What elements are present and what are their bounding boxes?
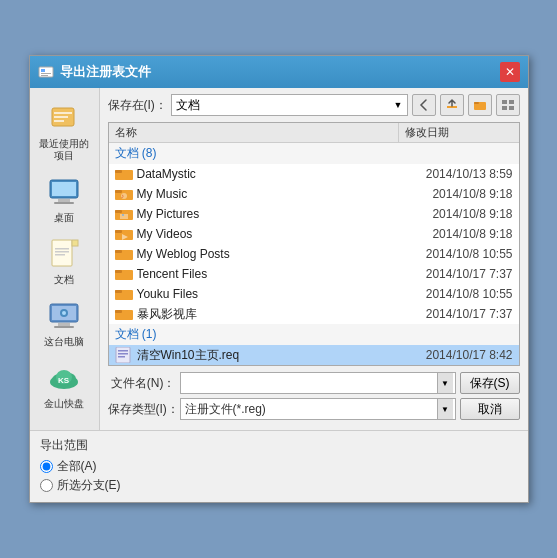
export-range-title: 导出范围 <box>40 437 518 454</box>
recent-icon <box>46 100 82 136</box>
main-area: 保存在(I)： 文档 ▼ <box>100 88 528 430</box>
file-date-tencent: 2014/10/17 7:37 <box>393 267 513 281</box>
file-name-youku: Youku Files <box>137 287 393 301</box>
sidebar-recent-label: 最近使用的项目 <box>36 138 92 162</box>
file-item-baofeng[interactable]: 暴风影视库 2014/10/17 7:37 <box>109 304 519 324</box>
file-name-mypictures: My Pictures <box>137 207 393 221</box>
sidebar-item-recent[interactable]: 最近使用的项目 <box>32 96 96 166</box>
file-item-mypictures[interactable]: My Pictures 2014/10/8 9:18 <box>109 204 519 224</box>
view-button[interactable] <box>496 94 520 116</box>
cancel-button[interactable]: 取消 <box>460 398 520 420</box>
col-name-header: 名称 <box>109 123 399 142</box>
filename-label: 文件名(N)： <box>108 375 176 392</box>
radio-all[interactable]: 全部(A) <box>40 458 518 475</box>
svg-rect-6 <box>54 116 68 118</box>
back-button[interactable] <box>412 94 436 116</box>
svg-rect-20 <box>58 323 70 326</box>
filename-row: 文件名(N)： ▼ 保存(S) <box>108 372 520 394</box>
svg-rect-60 <box>118 356 125 358</box>
file-date-qingkong: 2014/10/17 8:42 <box>393 348 513 362</box>
desktop-icon <box>46 174 82 210</box>
file-item-qingkong[interactable]: 清空Win10主页.req 2014/10/17 8:42 <box>109 345 519 365</box>
svg-rect-44 <box>120 214 128 219</box>
file-date-myweblog: 2014/10/8 10:55 <box>393 247 513 261</box>
svg-rect-11 <box>54 202 74 204</box>
radio-selected[interactable]: 所选分支(E) <box>40 477 518 494</box>
svg-text:♪: ♪ <box>121 193 124 199</box>
file-item-mymusic[interactable]: ♪ My Music 2014/10/8 9:18 <box>109 184 519 204</box>
svg-rect-5 <box>54 112 72 114</box>
file-date-myvideos: 2014/10/8 9:18 <box>393 227 513 241</box>
filename-combo[interactable]: ▼ <box>180 372 456 394</box>
file-group-2-label: 文档 (1) <box>109 324 519 345</box>
folder-icon <box>115 285 133 303</box>
file-name-tencent: Tencent Files <box>137 267 393 281</box>
radio-selected-label: 所选分支(E) <box>57 477 121 494</box>
svg-rect-54 <box>115 290 122 293</box>
svg-text:KS: KS <box>58 376 70 385</box>
svg-rect-37 <box>115 170 122 173</box>
radio-all-label: 全部(A) <box>57 458 97 475</box>
svg-rect-2 <box>41 73 51 74</box>
filename-combo-arrow[interactable]: ▼ <box>437 373 453 393</box>
svg-point-23 <box>62 311 66 315</box>
mypictures-icon <box>115 205 133 223</box>
file-item-datamystic[interactable]: DataMystic 2014/10/13 8:59 <box>109 164 519 184</box>
filetype-combo[interactable]: 注册文件(*.reg) ▼ <box>180 398 456 420</box>
save-in-label: 保存在(I)： <box>108 97 167 114</box>
file-item-youku[interactable]: Youku Files 2014/10/8 10:55 <box>109 284 519 304</box>
sidebar: 最近使用的项目 桌面 <box>30 88 100 430</box>
svg-rect-10 <box>58 199 70 202</box>
folder-icon <box>115 245 133 263</box>
col-date-header: 修改日期 <box>399 123 519 142</box>
new-folder-button[interactable] <box>468 94 492 116</box>
sidebar-item-documents[interactable]: 文档 <box>32 232 96 290</box>
title-bar: 导出注册表文件 ✕ <box>30 56 528 88</box>
svg-rect-14 <box>72 240 78 246</box>
svg-rect-16 <box>55 251 69 253</box>
file-item-tencent[interactable]: Tencent Files 2014/10/17 7:37 <box>109 264 519 284</box>
sidebar-documents-label: 文档 <box>54 274 74 286</box>
sidebar-item-cloud[interactable]: KS 金山快盘 <box>32 356 96 414</box>
file-item-myweblog[interactable]: My Weblog Posts 2014/10/8 10:55 <box>109 244 519 264</box>
file-name-qingkong: 清空Win10主页.req <box>137 347 393 364</box>
filetype-label: 保存类型(I)： <box>108 401 176 418</box>
filetype-value: 注册文件(*.reg) <box>183 401 437 418</box>
file-date-youku: 2014/10/8 10:55 <box>393 287 513 301</box>
svg-rect-31 <box>474 102 479 104</box>
close-button[interactable]: ✕ <box>500 62 520 82</box>
folder-icon <box>115 305 133 323</box>
file-date-mypictures: 2014/10/8 9:18 <box>393 207 513 221</box>
svg-rect-43 <box>115 210 122 213</box>
sidebar-item-computer[interactable]: 这台电脑 <box>32 294 96 352</box>
up-button[interactable] <box>440 94 464 116</box>
file-name-myweblog: My Weblog Posts <box>137 247 393 261</box>
radio-selected-input[interactable] <box>40 479 53 492</box>
sidebar-desktop-label: 桌面 <box>54 212 74 224</box>
svg-rect-7 <box>54 120 64 122</box>
svg-rect-15 <box>55 248 69 250</box>
save-button[interactable]: 保存(S) <box>460 372 520 394</box>
sidebar-computer-label: 这台电脑 <box>44 336 84 348</box>
folder-icon <box>115 165 133 183</box>
dialog-title: 导出注册表文件 <box>60 63 151 81</box>
svg-rect-57 <box>116 347 130 363</box>
svg-rect-50 <box>115 250 122 253</box>
radio-all-input[interactable] <box>40 460 53 473</box>
file-list[interactable]: 名称 修改日期 文档 (8) DataMystic 2014/10/13 8:5… <box>108 122 520 366</box>
svg-rect-56 <box>115 310 122 313</box>
file-date-datamystic: 2014/10/13 8:59 <box>393 167 513 181</box>
sidebar-item-desktop[interactable]: 桌面 <box>32 170 96 228</box>
svg-rect-34 <box>502 106 507 110</box>
export-range: 导出范围 全部(A) 所选分支(E) <box>30 430 528 502</box>
computer-icon <box>46 298 82 334</box>
myvideos-icon <box>115 225 133 243</box>
file-item-myvideos[interactable]: My Videos 2014/10/8 9:18 <box>109 224 519 244</box>
file-date-baofeng: 2014/10/17 7:37 <box>393 307 513 321</box>
svg-rect-12 <box>52 240 72 266</box>
filetype-combo-arrow[interactable]: ▼ <box>437 399 453 419</box>
location-combo[interactable]: 文档 ▼ <box>171 94 408 116</box>
svg-rect-17 <box>55 254 65 256</box>
svg-rect-58 <box>118 350 128 352</box>
reg-icon <box>115 346 133 364</box>
